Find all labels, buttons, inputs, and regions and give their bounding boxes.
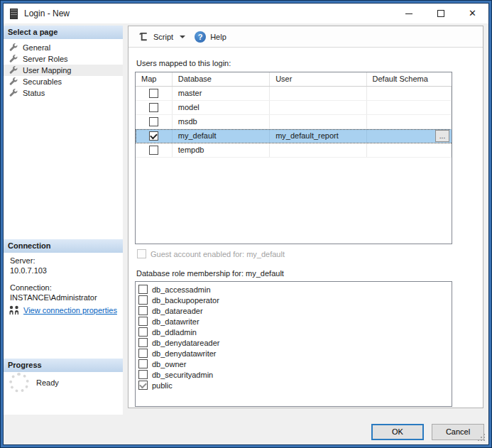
role-item[interactable]: db_ddladmin xyxy=(138,327,452,337)
default-schema-cell[interactable] xyxy=(367,101,452,114)
wrench-icon xyxy=(9,55,18,63)
role-item[interactable]: db_accessadmin xyxy=(138,284,452,295)
script-icon xyxy=(138,31,149,42)
sidebar-item-label: Server Roles xyxy=(23,55,68,63)
column-header-map[interactable]: Map xyxy=(136,72,173,86)
column-header-default-schema[interactable]: Default Schema xyxy=(367,72,452,86)
sidebar-item-server-roles[interactable]: Server Roles xyxy=(4,53,123,65)
role-checkbox[interactable] xyxy=(138,327,148,337)
map-checkbox[interactable] xyxy=(149,89,158,98)
role-item[interactable]: db_denydatawriter xyxy=(138,348,452,359)
table-row-master[interactable]: master xyxy=(136,87,452,101)
page-list: General Server Roles User Mapping Secura… xyxy=(4,42,123,99)
database-cell: master xyxy=(173,87,270,100)
database-cell: tempdb xyxy=(173,143,270,157)
guest-account-label: Guest account enabled for: my_default xyxy=(151,250,285,258)
cancel-button[interactable]: Cancel xyxy=(432,424,484,440)
dialog-window: Login - New ✕ Select a page General Serv… xyxy=(0,0,492,448)
role-checkbox[interactable] xyxy=(138,317,148,326)
role-item[interactable]: db_datareader xyxy=(138,305,452,316)
role-label: public xyxy=(152,381,173,390)
minimize-button[interactable] xyxy=(393,4,425,23)
close-icon: ✕ xyxy=(469,10,476,17)
maximize-icon xyxy=(437,10,444,17)
default-schema-cell[interactable] xyxy=(367,143,452,157)
wrench-icon xyxy=(9,77,18,86)
maximize-button[interactable] xyxy=(425,4,457,23)
role-checkbox[interactable] xyxy=(138,295,148,305)
role-label: db_datareader xyxy=(152,307,203,315)
sidebar-item-label: Status xyxy=(23,89,45,97)
map-checkbox[interactable] xyxy=(149,117,158,126)
role-label: db_denydatareader xyxy=(152,339,219,347)
view-connection-properties-link[interactable]: View connection properties xyxy=(23,306,117,315)
help-icon xyxy=(195,31,206,43)
toolbar: Script Help xyxy=(129,26,483,48)
map-cell xyxy=(136,87,173,100)
ok-button[interactable]: OK xyxy=(371,424,424,440)
role-checkbox[interactable] xyxy=(138,338,148,347)
role-checkbox[interactable] xyxy=(138,285,148,294)
user-cell[interactable]: my_default_report xyxy=(270,129,366,143)
database-cell: model xyxy=(173,101,270,114)
map-cell xyxy=(136,143,173,157)
default-schema-cell[interactable]: ... xyxy=(367,129,452,143)
window-border: Login - New ✕ Select a page General Serv… xyxy=(1,1,491,447)
role-item[interactable]: db_datawriter xyxy=(138,316,452,327)
user-cell[interactable] xyxy=(270,101,366,114)
role-label: db_owner xyxy=(152,360,186,368)
table-row-model[interactable]: model xyxy=(136,101,452,115)
connection-header: Connection xyxy=(4,239,123,253)
script-button[interactable]: Script xyxy=(135,29,177,44)
role-label: db_backupoperator xyxy=(152,296,219,305)
role-list: db_accessadmin db_backupoperator db_data… xyxy=(135,281,452,407)
progress-header: Progress xyxy=(4,359,123,372)
sidebar-item-status[interactable]: Status xyxy=(4,87,123,99)
sidebar-item-user-mapping[interactable]: User Mapping xyxy=(4,65,123,76)
wrench-icon xyxy=(9,43,18,52)
close-button[interactable]: ✕ xyxy=(457,4,488,23)
user-cell[interactable] xyxy=(270,143,366,157)
role-label: db_ddladmin xyxy=(152,328,197,337)
role-checkbox[interactable] xyxy=(138,359,148,368)
users-mapped-label: Users mapped to this login: xyxy=(136,59,231,67)
wrench-icon xyxy=(9,66,18,75)
map-cell xyxy=(136,115,173,129)
database-cell: msdb xyxy=(173,115,270,129)
role-item[interactable]: db_backupoperator xyxy=(138,295,452,305)
default-schema-cell[interactable] xyxy=(367,115,452,129)
table-row-tempdb[interactable]: tempdb xyxy=(136,143,452,158)
role-checkbox[interactable] xyxy=(138,306,148,315)
progress-status: Ready xyxy=(36,378,59,387)
map-checkbox[interactable] xyxy=(149,131,158,141)
user-cell[interactable] xyxy=(270,115,366,129)
help-button[interactable]: Help xyxy=(191,29,230,45)
script-dropdown-icon[interactable] xyxy=(180,35,185,38)
role-item[interactable]: public xyxy=(138,380,452,390)
map-checkbox[interactable] xyxy=(149,146,158,155)
resize-grip[interactable] xyxy=(483,439,485,441)
default-schema-cell[interactable] xyxy=(367,87,452,100)
guest-account-checkbox xyxy=(137,249,146,258)
map-checkbox[interactable] xyxy=(149,103,158,112)
role-label: db_securityadmin xyxy=(152,371,213,379)
table-row-msdb[interactable]: msdb xyxy=(136,115,452,129)
sidebar-item-securables[interactable]: Securables xyxy=(4,76,123,87)
browse-schema-button[interactable]: ... xyxy=(435,130,449,142)
role-checkbox[interactable] xyxy=(138,370,148,379)
role-checkbox[interactable] xyxy=(138,381,148,390)
map-cell xyxy=(136,129,173,143)
role-item[interactable]: db_securityadmin xyxy=(138,369,452,380)
column-header-user[interactable]: User xyxy=(270,72,366,86)
table-row-my-default[interactable]: my_default my_default_report ... xyxy=(136,129,452,143)
sidebar-item-label: User Mapping xyxy=(23,66,71,75)
role-checkbox[interactable] xyxy=(138,349,148,358)
connection-value: INSTANCE\Administrator xyxy=(10,293,97,302)
user-cell[interactable] xyxy=(270,87,366,100)
sidebar-item-general[interactable]: General xyxy=(4,42,123,53)
title-bar[interactable]: Login - New ✕ xyxy=(4,4,488,23)
sidebar-item-label: Securables xyxy=(23,77,62,86)
column-header-database[interactable]: Database xyxy=(173,72,270,86)
role-item[interactable]: db_denydatareader xyxy=(138,337,452,348)
role-item[interactable]: db_owner xyxy=(138,359,452,369)
